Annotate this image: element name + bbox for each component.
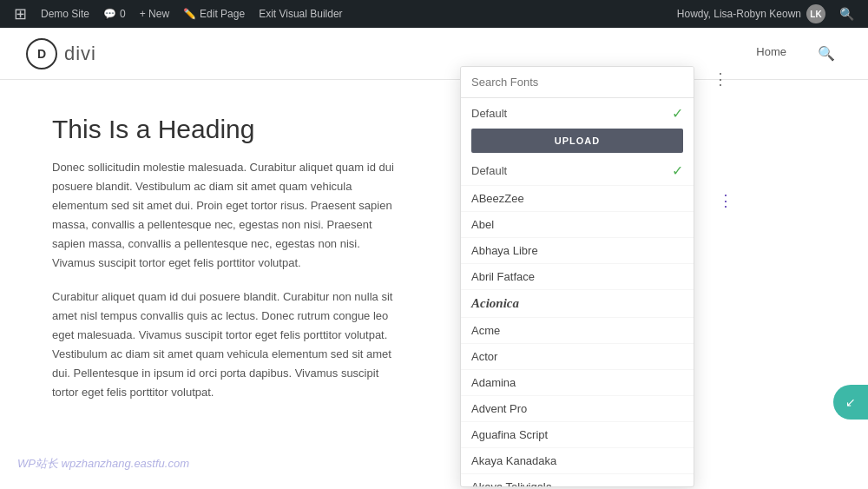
howdy-section[interactable]: Howdy, Lisa-Robyn Keown LK [670, 4, 832, 23]
font-item[interactable]: ABeezZee [461, 186, 694, 212]
arrow-icon: ↙ [845, 395, 856, 409]
font-item[interactable]: Abril Fatface [461, 264, 694, 290]
nav-home[interactable]: Home [749, 42, 793, 65]
font-item[interactable]: Aguafina Script [461, 422, 694, 448]
admin-bar-right: Howdy, Lisa-Robyn Keown LK 🔍 [670, 4, 861, 23]
font-item[interactable]: Abel [461, 212, 694, 238]
font-item[interactable]: Abhaya Libre [461, 238, 694, 264]
exit-builder-link[interactable]: Exit Visual Builder [252, 0, 350, 28]
new-label: + New [140, 8, 169, 20]
comments-link[interactable]: 💬 0 [96, 0, 133, 28]
exit-builder-label: Exit Visual Builder [259, 8, 343, 20]
font-name: Acme [471, 324, 500, 337]
font-item[interactable]: Adamina [461, 370, 694, 396]
font-item[interactable]: Akaya Kanadaka [461, 448, 694, 474]
selected-check-icon: ✓ [672, 162, 683, 179]
font-search-input[interactable] [461, 67, 694, 98]
font-name: Abril Fatface [471, 270, 535, 283]
font-name: Aguafina Script [471, 428, 548, 441]
font-list: Default✓ABeezZeeAbelAbhaya LibreAbril Fa… [461, 156, 694, 486]
font-name: Akaya Kanadaka [471, 454, 556, 467]
paragraph-2: Curabitur aliquet quam id dui posuere bl… [52, 287, 399, 403]
default-section-label: Default [471, 107, 507, 120]
main-content: This Is a Heading Donec sollicitudin mol… [0, 80, 451, 451]
font-item[interactable]: Acme [461, 318, 694, 344]
divi-logo-text: divi [64, 43, 96, 65]
font-item[interactable]: Actor [461, 344, 694, 370]
font-name: Abel [471, 218, 494, 231]
font-default-section: Default ✓ [461, 98, 694, 129]
font-name: Akaya Telivigala [471, 480, 552, 486]
wp-logo-icon: ⊞ [7, 4, 34, 23]
admin-search-icon[interactable]: 🔍 [832, 7, 861, 21]
admin-bar: ⊞ Demo Site 💬 0 + New ✏️ Edit Page Exit … [0, 0, 868, 28]
page-heading: This Is a Heading [52, 115, 399, 144]
font-name: Default [471, 164, 507, 177]
divi-header: D divi Home 🔍 [0, 28, 868, 80]
font-item[interactable]: Default✓ [461, 156, 694, 186]
font-name: Adamina [471, 376, 516, 389]
demo-site-label: Demo Site [41, 8, 89, 20]
font-item[interactable]: Advent Pro [461, 396, 694, 422]
font-item[interactable]: Acionica [461, 290, 694, 318]
site-name-link[interactable]: Demo Site [34, 0, 96, 28]
edit-page-link[interactable]: ✏️ Edit Page [176, 0, 252, 28]
paragraph-1: Donec sollicitudin molestie malesuada. C… [52, 158, 399, 274]
edit-page-label: Edit Page [200, 8, 245, 20]
divi-logo[interactable]: D divi [26, 38, 96, 69]
howdy-label: Howdy, Lisa-Robyn Keown [677, 8, 801, 20]
font-name: Actor [471, 350, 497, 363]
font-name: ABeezZee [471, 192, 524, 205]
panel-three-dots[interactable]: ⋮ [718, 191, 733, 210]
divi-logo-circle: D [26, 38, 57, 69]
avatar: LK [806, 4, 825, 23]
font-name: Advent Pro [471, 402, 527, 415]
divi-nav: Home 🔍 [749, 42, 842, 65]
pencil-icon: ✏️ [183, 8, 196, 20]
new-content-link[interactable]: + New [133, 0, 176, 28]
comments-count: 0 [120, 8, 126, 20]
font-name: Abhaya Libre [471, 244, 538, 257]
font-name: Acionica [471, 296, 519, 311]
upload-font-button[interactable]: UPLOAD [471, 129, 683, 153]
page-area: D divi Home 🔍 This Is a Heading Donec so… [0, 28, 868, 489]
default-check-icon: ✓ [672, 105, 683, 122]
font-dropdown-panel: Default ✓ UPLOAD Default✓ABeezZeeAbelAbh… [460, 66, 694, 487]
three-dots-menu[interactable]: ⋮ [707, 66, 733, 92]
teal-circle-button[interactable]: ↙ [833, 385, 868, 420]
comment-icon: 💬 [103, 8, 116, 20]
font-item[interactable]: Akaya Telivigala [461, 474, 694, 486]
header-search-icon[interactable]: 🔍 [811, 42, 842, 65]
watermark: WP站长 wpzhanzhang.eastfu.com [17, 456, 189, 472]
